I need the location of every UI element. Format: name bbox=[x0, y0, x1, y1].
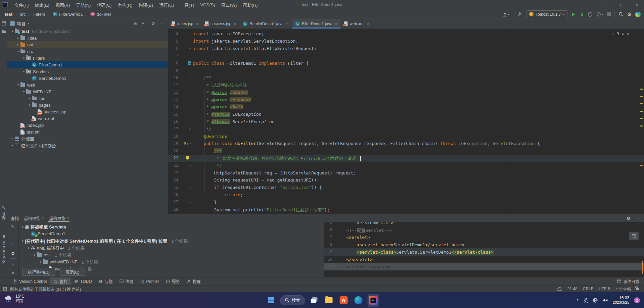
project-tree-item[interactable]: ▾pages bbox=[7, 102, 168, 108]
menu-item[interactable]: VCS(S) bbox=[197, 0, 218, 9]
build-hammer-icon[interactable] bbox=[517, 12, 522, 17]
chevron-down-icon[interactable]: ▾ bbox=[21, 70, 26, 73]
project-tree-item[interactable]: JSPindex.jsp bbox=[7, 122, 168, 129]
info-stripe-mark[interactable] bbox=[640, 165, 643, 166]
wps-button[interactable]: W bbox=[338, 294, 350, 307]
expand-icon[interactable]: » bbox=[7, 270, 19, 275]
encoding-indicator[interactable]: UTF-8 bbox=[599, 287, 610, 291]
menu-item[interactable]: 视图(V) bbox=[52, 0, 73, 9]
refactoring-preview-tab[interactable]: 重构预览× bbox=[46, 214, 72, 222]
edge-button[interactable] bbox=[353, 294, 364, 307]
do-refactor-button[interactable]: 执行重构(D) bbox=[22, 268, 55, 276]
weather-widget[interactable]: 15°C 阵雨 bbox=[4, 294, 25, 303]
fold-marker[interactable]: ⌂ bbox=[189, 200, 191, 204]
profiler-button[interactable]: ▾ bbox=[596, 12, 603, 17]
chevron-down-icon[interactable]: ▾ bbox=[20, 225, 25, 228]
find-tree-item[interactable]: ▾[在代码中] 代码中对类 ServletDemo1 的引用 ( 在 1 个文件… bbox=[19, 237, 324, 244]
code-line[interactable]: 23 HttpServletRequest req = (HttpServlet… bbox=[168, 169, 644, 176]
toolwindow-button--[interactable]: 服务 bbox=[163, 277, 183, 286]
search-everywhere-icon[interactable] bbox=[618, 12, 624, 17]
task-view-button[interactable] bbox=[309, 294, 320, 307]
maximize-button[interactable]: □ bbox=[614, 0, 629, 9]
clock-widget[interactable]: 16:03 2023/3/25 bbox=[613, 296, 629, 305]
indent-indicator[interactable]: 4 个空格 bbox=[615, 286, 631, 292]
project-tree-item[interactable]: JSPsuccess.jsp bbox=[7, 108, 168, 115]
collapse-all-icon[interactable] bbox=[141, 21, 148, 25]
project-tree-item[interactable]: ▾testE:\IdeaProjects\test bbox=[7, 28, 168, 35]
toolwindow-button--[interactable]: 问题 bbox=[95, 277, 116, 286]
code-line[interactable]: 10▾ /** bbox=[168, 74, 644, 82]
line-ending-indicator[interactable]: CRLF bbox=[583, 287, 593, 291]
xml-line[interactable]: 6 <!--配置Servlet--> bbox=[324, 226, 644, 234]
structure-toolwindow-button[interactable]: 结构 bbox=[0, 205, 7, 220]
code-line[interactable]: 4import java.io.IOException; bbox=[168, 30, 644, 38]
warning-stripe-mark[interactable] bbox=[640, 125, 643, 126]
chevron-right-icon[interactable]: ▸ bbox=[16, 43, 20, 46]
chevron-down-icon[interactable]: ▾ bbox=[38, 260, 43, 264]
code-line[interactable]: 9 bbox=[168, 67, 644, 74]
commit-toolwindow-icon[interactable] bbox=[0, 27, 7, 35]
project-tree-item[interactable]: ▸libs bbox=[7, 95, 168, 102]
preview-scrollbar-thumb[interactable] bbox=[642, 261, 643, 274]
network-icon[interactable] bbox=[593, 298, 598, 303]
code-line[interactable]: 12 * @param request bbox=[168, 89, 644, 96]
fold-marker[interactable]: ▾ bbox=[189, 149, 191, 153]
project-tree-item[interactable]: ▾Servlets bbox=[7, 68, 168, 75]
menu-item[interactable]: 运行(U) bbox=[156, 0, 177, 9]
menu-item[interactable]: 工具(T) bbox=[177, 0, 197, 9]
breadcrumb-item[interactable]: src bbox=[20, 12, 26, 17]
usage-preview-editor[interactable]: 5 version="4.0">6 <!--配置Servlet-->7 <ser… bbox=[324, 222, 644, 277]
find-tree-item[interactable]: ▾web\WEB-INF1 个结果 bbox=[19, 258, 324, 265]
chevron-right-icon[interactable]: ▸ bbox=[16, 36, 20, 40]
code-line[interactable]: 16 * @throws ServletException bbox=[168, 118, 644, 125]
fold-marker[interactable]: ▾ bbox=[189, 76, 191, 80]
hide-panel-icon[interactable]: ─ bbox=[158, 21, 165, 26]
toolwindow-button-TODO[interactable]: TODO bbox=[71, 277, 95, 286]
workspace-icon[interactable] bbox=[3, 287, 7, 291]
menu-item[interactable]: 文件(F) bbox=[11, 0, 32, 9]
breadcrumb-item[interactable]: mdoFilter bbox=[90, 12, 111, 17]
menu-item[interactable]: 重构(R) bbox=[114, 0, 135, 9]
tab-close-icon[interactable]: × bbox=[67, 216, 69, 220]
xml-line[interactable]: 9 <servlet-class>Servlets.ServletDemo1</… bbox=[324, 248, 644, 256]
project-tree-item[interactable]: ▸.idea bbox=[7, 35, 168, 41]
project-tree-item[interactable]: ▸外部库 bbox=[7, 135, 168, 142]
project-tree-item[interactable]: ▸out bbox=[7, 41, 168, 48]
code-line[interactable]: 8public class FilterDemo1 implements Fil… bbox=[168, 59, 644, 67]
idea-taskbar-button[interactable]: IJ bbox=[368, 294, 379, 307]
intention-bulb-icon[interactable] bbox=[186, 156, 189, 159]
next-problem-icon[interactable]: ∨ bbox=[627, 32, 629, 36]
settings-gear-icon[interactable]: ⚙ bbox=[627, 12, 632, 17]
file-explorer-button[interactable] bbox=[323, 294, 335, 307]
editor-tab-web-xml[interactable]: web.xml× bbox=[340, 19, 372, 29]
code-editor[interactable]: 4import java.io.IOException;5import jaka… bbox=[168, 29, 644, 214]
code-line[interactable]: 27⌂ } bbox=[168, 198, 644, 206]
chevron-down-icon[interactable]: ▾ bbox=[10, 30, 15, 33]
fold-marker[interactable]: ▾ bbox=[189, 186, 191, 189]
menu-item[interactable]: 帮助(H) bbox=[240, 0, 261, 9]
fold-marker[interactable]: ⌂ bbox=[189, 164, 191, 167]
user-dropdown-icon[interactable]: ▾ bbox=[503, 12, 510, 17]
close-button[interactable]: × bbox=[629, 0, 644, 9]
ide-plugin-icon[interactable] bbox=[635, 12, 641, 17]
chevron-right-icon[interactable]: ▸ bbox=[27, 97, 32, 100]
xml-line[interactable]: 11 <servlet-mapping> bbox=[324, 263, 644, 270]
inspections-widget[interactable]: ⚠ 9 ∧ ∨ bbox=[612, 32, 629, 36]
code-line[interactable]: 7 bbox=[168, 52, 644, 59]
xml-line[interactable]: 5 version="4.0"> bbox=[324, 222, 644, 226]
code-line[interactable]: 22⌂ */ bbox=[168, 162, 644, 169]
fold-marker[interactable]: ⊖ bbox=[189, 47, 191, 50]
project-tree-item[interactable]: test.iml bbox=[7, 129, 168, 135]
project-tree-item[interactable]: ▾Filters bbox=[7, 55, 168, 61]
fold-marker[interactable]: ▾ bbox=[189, 142, 191, 145]
menu-item[interactable]: 编辑(E) bbox=[32, 0, 52, 9]
minimize-button[interactable]: ─ bbox=[600, 0, 614, 9]
cloud-sync-icon[interactable] bbox=[557, 287, 562, 291]
chevron-down-icon[interactable]: ▾ bbox=[27, 103, 32, 107]
rerun-icon[interactable]: ↻ bbox=[10, 224, 16, 230]
find-tree-item[interactable]: ▾类 将被移至 Servlets bbox=[19, 223, 324, 230]
tab-close-icon[interactable]: × bbox=[335, 22, 337, 26]
volume-icon[interactable] bbox=[603, 298, 608, 303]
down-icon[interactable]: ↓ bbox=[10, 240, 16, 246]
bookmarks-toolwindow-button[interactable]: Bookmarks bbox=[0, 235, 7, 264]
